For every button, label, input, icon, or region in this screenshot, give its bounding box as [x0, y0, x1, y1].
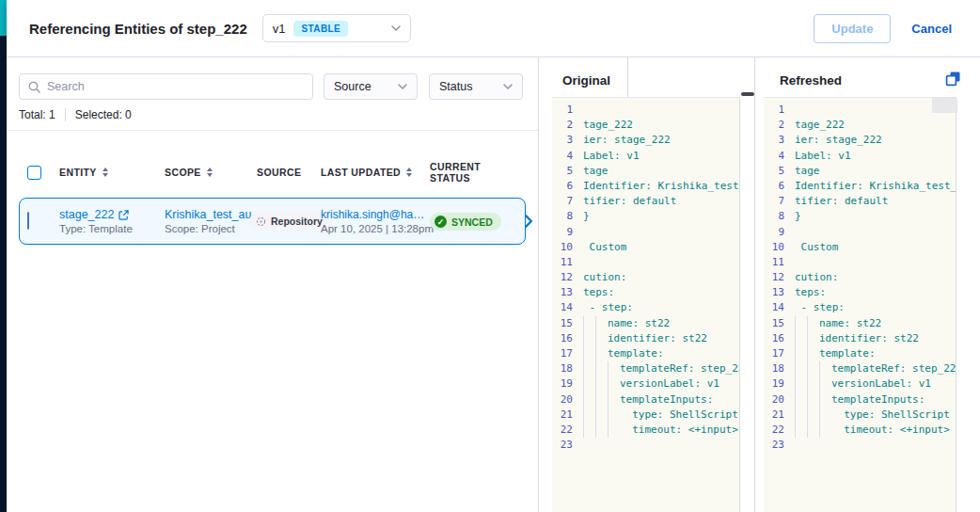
code-lines: tage_222ier: stage_222Label: v1tageIdent… [583, 103, 739, 453]
column-entity: ENTITY [59, 167, 165, 178]
update-button[interactable]: Update [814, 14, 891, 43]
stable-badge: STABLE [293, 21, 348, 37]
refreshed-code-editor[interactable]: 1234567891011121314151617181920212223 ta… [764, 97, 956, 512]
entity-name-link[interactable]: stage_222 [59, 208, 114, 221]
column-current-status: CURRENT STATUS [430, 161, 524, 184]
updated-at: Apr 10, 2025 | 13:28pm [321, 223, 430, 234]
entities-list-pane: Source Status Total: 1 Selected: 0 ENTIT… [7, 57, 539, 512]
scrollbar-corner[interactable] [932, 98, 957, 113]
filter-row: Source Status [19, 73, 526, 100]
modal-header: Referencing Entities of step_222 v1 STAB… [7, 0, 980, 57]
original-panel-title: Original [562, 73, 610, 88]
last-updated-cell: krishika.singh@harnes... Apr 10, 2025 | … [321, 208, 430, 234]
totals-bar: Total: 1 Selected: 0 [19, 108, 526, 121]
source-badge: Repository [249, 212, 331, 231]
section-divider [7, 130, 538, 131]
chevron-down-icon [503, 84, 513, 90]
source-filter-label: Source [334, 80, 371, 93]
panel-divider [754, 57, 755, 512]
search-input[interactable] [47, 80, 304, 93]
original-code-editor[interactable]: 1234567891011121314151617181920212223 ta… [552, 97, 740, 512]
row-checkbox[interactable] [27, 212, 29, 230]
line-numbers: 1234567891011121314151617181920212223 [764, 103, 784, 453]
line-numbers: 1234567891011121314151617181920212223 [552, 103, 573, 453]
select-all-checkbox[interactable] [27, 166, 41, 180]
column-scope: SCOPE [165, 167, 257, 178]
source-filter-dropdown[interactable]: Source [324, 73, 418, 100]
scope-name-link[interactable]: Krishika_test_au... [165, 208, 261, 221]
reconcile-dialog: Referencing Entities of step_222 v1 STAB… [0, 0, 980, 512]
app-nav-accent [0, 0, 7, 36]
repository-icon [256, 216, 266, 227]
yaml-diff-pane: Original Refreshed 123456789101112131415… [539, 57, 980, 512]
status-badge: ✓ SYNCED [430, 213, 501, 231]
column-last-updated: LAST UPDATED [321, 167, 430, 178]
search-icon [28, 81, 40, 93]
sort-icon[interactable] [103, 168, 108, 178]
copy-icon[interactable] [945, 71, 961, 90]
table-header: ENTITY SCOPE SOURCE LAST UPDATED CURRENT… [19, 161, 526, 184]
sort-icon[interactable] [207, 168, 213, 178]
updated-by-link[interactable]: krishika.singh@harnes... [321, 208, 426, 221]
horizontal-scrollbar-thumb[interactable] [741, 92, 754, 96]
total-count: Total: 1 [19, 108, 55, 121]
app-background-edge [0, 0, 7, 512]
status-filter-label: Status [439, 80, 472, 93]
totals-divider [65, 108, 66, 121]
chevron-down-icon [391, 25, 401, 32]
column-source: SOURCE [257, 167, 321, 178]
code-lines: tage_222ier: stage_222Label: v1tageIdent… [795, 103, 956, 453]
modal-title: Referencing Entities of step_222 [29, 21, 247, 37]
search-box [19, 73, 313, 100]
check-icon: ✓ [435, 216, 447, 228]
source-cell: Repository [257, 212, 321, 231]
chevron-down-icon [398, 84, 407, 90]
sort-icon[interactable] [406, 168, 412, 178]
table-row[interactable]: stage_222 Type: Template Krishika_test_a… [19, 198, 526, 245]
status-cell: ✓ SYNCED [430, 212, 524, 232]
refreshed-panel-title: Refreshed [780, 73, 842, 88]
chevron-right-icon[interactable] [524, 215, 533, 228]
scope-cell: Krishika_test_au... Scope: Project [165, 208, 257, 234]
external-link-icon[interactable] [119, 210, 129, 220]
entity-cell: stage_222 Type: Template [59, 208, 165, 234]
version-value: v1 [273, 22, 286, 36]
original-tab-edge [627, 57, 628, 97]
scope-detail: Scope: Project [165, 223, 257, 234]
entity-type: Type: Template [59, 223, 165, 234]
cancel-button[interactable]: Cancel [911, 22, 952, 36]
version-selector[interactable]: v1 STABLE [262, 14, 411, 42]
status-filter-dropdown[interactable]: Status [429, 73, 523, 100]
referencing-entities-modal: Referencing Entities of step_222 v1 STAB… [7, 0, 980, 512]
selected-count: Selected: 0 [75, 108, 132, 121]
